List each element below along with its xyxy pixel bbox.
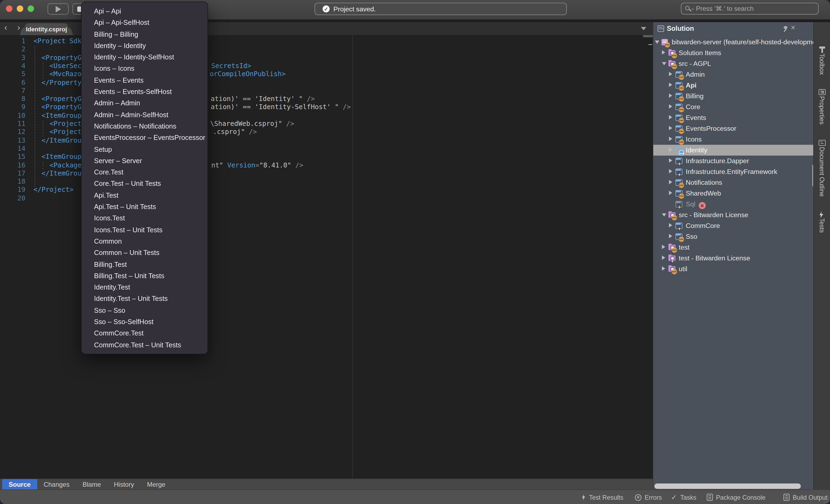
chevron-right-icon[interactable] xyxy=(669,191,672,195)
run-button[interactable] xyxy=(47,3,69,14)
tree-row-infrastructure-entityframework[interactable]: +Infrastructure.EntityFramework xyxy=(653,166,813,177)
statusbar-item-tasks[interactable]: ✓Tasks xyxy=(671,490,697,504)
chevron-right-icon[interactable] xyxy=(669,104,672,109)
tree-row-admin[interactable]: Admin xyxy=(653,69,813,80)
vc-tab-merge[interactable]: Merge xyxy=(140,479,172,490)
chevron-down-icon[interactable] xyxy=(655,40,659,43)
tree-row-eventsprocessor[interactable]: EventsProcessor xyxy=(653,123,813,134)
chevron-right-icon[interactable] xyxy=(662,50,665,55)
chevron-right-icon[interactable] xyxy=(662,256,665,260)
run-config-menu-item[interactable]: Identity.Test xyxy=(82,282,208,294)
tree-row-src-bitwarden-license[interactable]: src - Bitwarden License xyxy=(653,209,813,220)
tree-row-src-agpl[interactable]: src - AGPL xyxy=(653,58,813,69)
statusbar-item-build-output[interactable]: Build Output xyxy=(784,490,828,504)
run-config-menu-item[interactable]: Core.Test xyxy=(82,167,208,178)
tree-row-identity[interactable]: Identity xyxy=(653,144,813,155)
tree-row-bitwarden-server-feature-self-hosted-development[interactable]: bitwarden-server (feature/self-hosted-de… xyxy=(653,36,813,47)
tree-row-notifications[interactable]: Notifications xyxy=(653,177,813,188)
chevron-right-icon[interactable] xyxy=(669,169,672,173)
run-config-menu-item[interactable]: Api.Test xyxy=(82,190,208,202)
tab-overflow-dropdown-icon[interactable] xyxy=(641,27,646,30)
run-config-menu-item[interactable]: Api – Api-SelfHost xyxy=(82,18,208,29)
run-config-menu-item[interactable]: Icons – Icons xyxy=(82,64,208,75)
global-search-input[interactable]: ⌄ Press '⌘.' to search xyxy=(681,3,819,14)
tree-row-solution-items[interactable]: Solution Items xyxy=(653,47,813,58)
pad-tab-document-outline[interactable]: Document Outline xyxy=(819,147,825,197)
chevron-right-icon[interactable] xyxy=(669,82,672,87)
run-config-menu-item[interactable]: Api.Test – Unit Tests xyxy=(82,201,208,213)
chevron-right-icon[interactable] xyxy=(669,72,672,76)
pad-tab-toolbox[interactable]: Toolbox xyxy=(819,54,825,75)
tree-row-sql[interactable]: +Sql✕ xyxy=(653,199,813,209)
chevron-right-icon[interactable] xyxy=(669,115,672,120)
run-config-menu-item[interactable]: Sso – Sso xyxy=(82,305,208,316)
run-config-menu-item[interactable]: Api – Api xyxy=(82,6,208,18)
run-config-menu-item[interactable]: Admin – Admin xyxy=(82,98,208,110)
tab-identity-csproj[interactable]: Identity.csproj xyxy=(25,23,68,35)
statusbar-item-test-results[interactable]: Test Results xyxy=(581,490,623,504)
run-config-menu-item[interactable]: Notifications – Notifications xyxy=(82,121,208,133)
zoom-window-button[interactable] xyxy=(28,5,34,12)
chevron-right-icon[interactable] xyxy=(669,147,672,152)
tree-row-commcore[interactable]: +CommCore xyxy=(653,220,813,231)
run-config-menu-item[interactable]: Billing.Test – Unit Tests xyxy=(82,271,208,282)
run-config-menu-item[interactable]: Icons.Test xyxy=(82,213,208,225)
solution-horizontal-scrollbar[interactable] xyxy=(655,483,801,489)
run-config-menu-item[interactable]: Admin – Admin-SelfHost xyxy=(82,109,208,121)
run-config-menu-item[interactable]: Identity – Identity xyxy=(82,40,208,52)
run-config-menu-item[interactable]: Icons.Test – Unit Tests xyxy=(82,225,208,236)
vc-tab-changes[interactable]: Changes xyxy=(37,479,76,490)
chevron-down-icon[interactable] xyxy=(662,213,666,216)
close-window-button[interactable] xyxy=(6,5,12,12)
chevron-right-icon[interactable] xyxy=(669,234,672,238)
navigate-forward-icon[interactable]: › xyxy=(17,23,20,32)
pad-tab-properties[interactable]: Properties xyxy=(819,96,825,125)
pin-pad-icon[interactable] xyxy=(783,25,789,32)
minimize-window-button[interactable] xyxy=(17,5,23,12)
tree-row-util[interactable]: util xyxy=(653,263,813,274)
run-config-menu-item[interactable]: CommCore.Test – Unit Tests xyxy=(82,339,208,351)
run-config-menu-item[interactable]: Server – Server xyxy=(82,156,208,167)
chevron-right-icon[interactable] xyxy=(669,180,672,184)
tree-row-core[interactable]: Core xyxy=(653,101,813,112)
statusbar-item-errors[interactable]: ✕Errors xyxy=(635,490,662,504)
chevron-down-icon[interactable] xyxy=(662,62,666,65)
close-pad-icon[interactable]: ✕ xyxy=(791,24,795,31)
tree-row-infrastructure-dapper[interactable]: +Infrastructure.Dapper xyxy=(653,155,813,166)
run-config-menu-item[interactable]: Billing.Test xyxy=(82,259,208,271)
run-config-menu-item[interactable]: Events – Events xyxy=(82,75,208,87)
chevron-right-icon[interactable] xyxy=(669,137,672,141)
tree-row-icons[interactable]: Icons xyxy=(653,134,813,144)
vc-tab-blame[interactable]: Blame xyxy=(76,479,107,490)
vc-tab-source[interactable]: Source xyxy=(2,479,37,490)
run-config-menu-item[interactable]: Billing – Billing xyxy=(82,29,208,40)
vc-tab-history[interactable]: History xyxy=(107,479,141,490)
statusbar-item-package-console[interactable]: Package Console xyxy=(707,490,765,504)
tree-row-sso[interactable]: Sso xyxy=(653,231,813,242)
chevron-right-icon[interactable] xyxy=(669,158,672,163)
chevron-right-icon[interactable] xyxy=(662,266,665,271)
run-config-menu-item[interactable]: Events – Events-SelfHost xyxy=(82,87,208,98)
run-config-menu-item[interactable]: Common xyxy=(82,236,208,248)
tree-row-api[interactable]: Api xyxy=(653,80,813,91)
pad-tab-tests[interactable]: Tests xyxy=(819,218,825,233)
run-config-menu-item[interactable]: Identity.Test – Unit Tests xyxy=(82,294,208,305)
chevron-right-icon[interactable] xyxy=(669,94,672,98)
navigate-back-icon[interactable]: ‹ xyxy=(4,23,7,32)
tree-row-sharedweb[interactable]: SharedWeb xyxy=(653,188,813,199)
run-config-menu-item[interactable]: Sso – Sso-SelfHost xyxy=(82,316,208,328)
tree-row-billing[interactable]: Billing xyxy=(653,91,813,101)
tree-row-test[interactable]: test xyxy=(653,242,813,253)
run-config-menu-item[interactable]: EventsProcessor – EventsProcessor xyxy=(82,133,208,144)
tree-row-test-bitwarden-license[interactable]: +test - Bitwarden License xyxy=(653,253,813,263)
run-config-menu-item[interactable]: Identity – Identity-SelfHost xyxy=(82,52,208,64)
chevron-right-icon[interactable] xyxy=(669,223,672,227)
tree-row-events[interactable]: Events xyxy=(653,112,813,123)
run-config-menu-item[interactable]: Core.Test – Unit Tests xyxy=(82,178,208,190)
chevron-right-icon[interactable] xyxy=(662,245,665,249)
run-config-menu-item[interactable]: Setup xyxy=(82,144,208,156)
run-config-menu-item[interactable]: Common – Unit Tests xyxy=(82,247,208,259)
run-config-menu-item[interactable]: CommCore.Test xyxy=(82,328,208,340)
resize-grip[interactable] xyxy=(824,497,829,502)
chevron-right-icon[interactable] xyxy=(669,126,672,130)
